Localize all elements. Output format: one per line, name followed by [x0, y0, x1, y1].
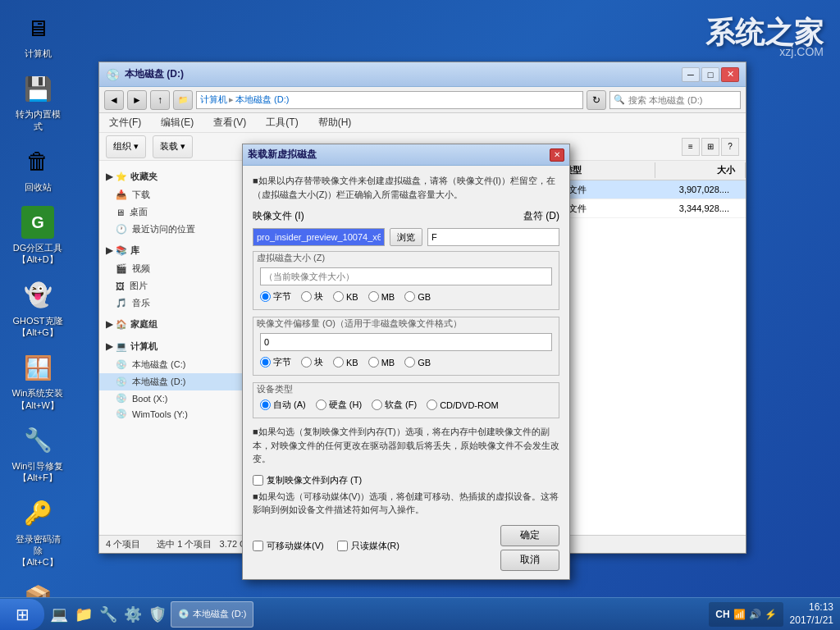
favorites-expand-icon: ▶	[106, 171, 112, 182]
sidebar-item-desktop[interactable]: 🖥 桌面	[99, 203, 242, 221]
col-header-size[interactable]: 大小	[655, 162, 746, 178]
tray-icon-1[interactable]: 📶	[733, 609, 746, 620]
device-hdd[interactable]: 硬盘 (H)	[316, 399, 362, 411]
copy-checkbox-item[interactable]: 复制映像文件到内存 (T)	[253, 474, 559, 486]
sidebar-favorites-header[interactable]: ▶ ⭐ 收藏夹	[99, 167, 242, 186]
removable-checkbox[interactable]	[253, 541, 263, 551]
desktop-icon-login-clear[interactable]: 🔑 登录密码清除【Alt+C】	[8, 494, 67, 572]
desktop-icon-win-install[interactable]: 🪟 Win系统安装【Alt+W】	[8, 348, 67, 414]
offset-input[interactable]	[260, 333, 552, 351]
forward-button[interactable]: ►	[127, 90, 147, 110]
desktop-icon-recycle[interactable]: 🗑 回收站	[8, 142, 67, 196]
sidebar-item-drive-x[interactable]: 💿 Boot (X:)	[99, 390, 242, 406]
search-bar[interactable]: 🔍	[609, 91, 741, 109]
offset-unit-blocks[interactable]: 块	[301, 356, 323, 368]
menu-edit[interactable]: 编辑(E)	[158, 114, 197, 131]
view-list-button[interactable]: ≡	[682, 138, 700, 156]
address-bar[interactable]: 计算机 ▸ 本地磁盘 (D:)	[196, 91, 583, 109]
sidebar-item-downloads[interactable]: 📥 下载	[99, 186, 242, 203]
up-button[interactable]: ↑	[150, 90, 170, 110]
unit-blocks[interactable]: 块	[301, 290, 323, 303]
lang-indicator: CH	[715, 609, 729, 620]
offset-unit-bytes[interactable]: 字节	[260, 356, 291, 368]
taskbar-icon-2[interactable]: 🔧	[97, 603, 120, 626]
favorites-icon: ⭐	[116, 171, 127, 182]
maximize-button[interactable]: □	[701, 67, 719, 82]
menu-help[interactable]: 帮助(H)	[315, 114, 355, 131]
sidebar-item-drive-c[interactable]: 💿 本地磁盘 (C:)	[99, 356, 242, 373]
offset-unit-mb[interactable]: MB	[368, 357, 395, 368]
removable-checkbox-item[interactable]: 可移动媒体(V)	[253, 540, 324, 552]
drive-letter-input[interactable]	[427, 228, 559, 246]
breadcrumb-computer[interactable]: 计算机	[200, 94, 227, 106]
recent-label: 最近访问的位置	[132, 223, 195, 235]
device-cdrom[interactable]: CD/DVD-ROM	[427, 399, 499, 410]
windows-logo-icon: ⊞	[16, 605, 30, 624]
desktop-label: 桌面	[130, 206, 148, 218]
sidebar-item-drive-y[interactable]: 💿 WimTools (Y:)	[99, 406, 242, 422]
breadcrumb-drive[interactable]: 本地磁盘 (D:)	[235, 94, 289, 106]
sidebar-item-music[interactable]: 🎵 音乐	[99, 294, 242, 312]
col-header-type[interactable]: 类型	[557, 162, 655, 178]
sidebar-item-pictures[interactable]: 🖼 图片	[99, 277, 242, 294]
sidebar-library-header[interactable]: ▶ 📚 库	[99, 241, 242, 260]
taskbar-icon-3[interactable]: ⚙️	[121, 603, 144, 626]
modal-dialog: 装载新虚拟磁盘 ✕ ■如果以内存替带映像文件来创建虚拟磁盘，请将（映像文件(I)…	[242, 144, 570, 580]
copy-checkbox[interactable]	[253, 475, 263, 486]
device-auto[interactable]: 自动 (A)	[260, 399, 306, 411]
view-details-button[interactable]: ⊞	[701, 138, 719, 156]
device-floppy[interactable]: 软盘 (F)	[372, 399, 417, 411]
drive-c-icon: 💿	[116, 359, 127, 370]
modal-titlebar[interactable]: 装载新虚拟磁盘 ✕	[243, 144, 569, 166]
taskbar-explorer-item[interactable]: 💿 本地磁盘 (D:)	[171, 601, 253, 628]
computer-icon-label: 计算机	[25, 48, 52, 59]
taskbar-icon-0[interactable]: 💻	[48, 603, 71, 626]
taskbar-icon-1[interactable]: 📁	[72, 603, 95, 626]
search-input[interactable]	[628, 95, 710, 105]
sidebar-homegroup-header[interactable]: ▶ 🏠 家庭组	[99, 315, 242, 334]
desktop-icon-mode[interactable]: 💾 转为内置模式	[8, 69, 67, 135]
minimize-button[interactable]: ─	[682, 67, 700, 82]
ok-button[interactable]: 确定	[500, 525, 559, 546]
readonly-checkbox[interactable]	[337, 541, 348, 551]
menu-tools[interactable]: 工具(T)	[262, 114, 301, 131]
desktop-icon-win-repair[interactable]: 🔧 Win引导修复【Alt+F】	[8, 421, 67, 487]
readonly-checkbox-item[interactable]: 只读媒体(R)	[337, 540, 399, 552]
mount-button[interactable]: 装载 ▾	[153, 135, 193, 158]
disk-size-input[interactable]	[260, 267, 552, 285]
desktop-icon-ghost[interactable]: 👻 GHOST克隆【Alt+G】	[8, 276, 67, 342]
taskbar-icon-4[interactable]: 🛡️	[146, 603, 169, 626]
organize-button[interactable]: 组织 ▾	[106, 135, 146, 158]
sidebar-computer-header[interactable]: ▶ 💻 计算机	[99, 337, 242, 356]
refresh-button[interactable]: 📁	[173, 90, 193, 110]
offset-section: 映像文件偏移量 (O)（适用于非磁盘映像文件格式） 字节 块 KB MB GB	[253, 317, 559, 376]
address-refresh-button[interactable]: ↻	[587, 90, 606, 110]
menu-view[interactable]: 查看(V)	[210, 114, 249, 131]
desktop-icon-dg[interactable]: G DG分区工具【Alt+D】	[8, 203, 67, 269]
clock[interactable]: 16:13 2017/1/21	[783, 601, 840, 627]
image-file-input[interactable]	[253, 228, 385, 246]
back-button[interactable]: ◄	[104, 90, 124, 110]
sidebar-item-recent[interactable]: 🕐 最近访问的位置	[99, 221, 242, 238]
desktop-icon-computer[interactable]: 🖥 计算机	[8, 8, 67, 62]
modal-close-button[interactable]: ✕	[550, 148, 564, 162]
start-button[interactable]: ⊞	[0, 599, 44, 630]
unit-bytes[interactable]: 字节	[260, 290, 291, 303]
explorer-titlebar[interactable]: 💿 本地磁盘 (D:) ─ □ ✕	[99, 62, 746, 87]
tray-icon-3[interactable]: ⚡	[765, 609, 777, 620]
homegroup-expand-icon: ▶	[106, 319, 112, 330]
close-button[interactable]: ✕	[721, 67, 739, 82]
sidebar-item-video[interactable]: 🎬 视频	[99, 260, 242, 277]
unit-mb[interactable]: MB	[368, 291, 395, 302]
sidebar-item-drive-d[interactable]: 💿 本地磁盘 (D:)	[99, 373, 242, 390]
unit-gb[interactable]: GB	[404, 291, 431, 302]
browse-button[interactable]: 浏览	[390, 228, 422, 246]
offset-unit-kb[interactable]: KB	[333, 357, 358, 368]
unit-kb[interactable]: KB	[333, 291, 358, 302]
offset-unit-gb[interactable]: GB	[404, 357, 431, 368]
tray-icon-2[interactable]: 🔊	[749, 609, 761, 620]
mode-icon: 💾	[21, 72, 54, 105]
menu-file[interactable]: 文件(F)	[106, 114, 144, 131]
help-button[interactable]: ?	[721, 138, 739, 156]
cancel-button[interactable]: 取消	[500, 550, 559, 571]
